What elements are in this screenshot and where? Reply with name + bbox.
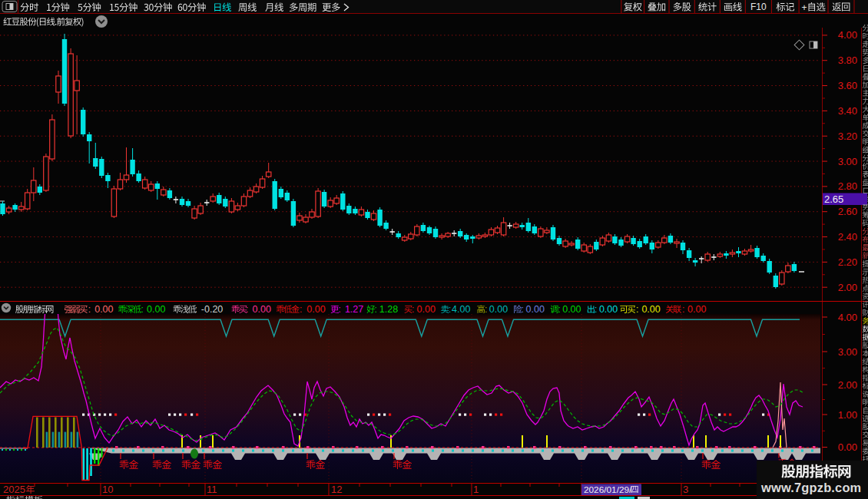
svg-text:0.00: 0.00: [147, 304, 165, 315]
svg-text:2.00: 2.00: [838, 282, 857, 293]
svg-text::: :: [246, 304, 248, 315]
svg-text:11: 11: [207, 484, 217, 495]
svg-text::: :: [375, 304, 377, 315]
svg-text:3.00: 3.00: [838, 156, 857, 167]
svg-text:2026/01/29/: 2026/01/29/: [584, 484, 632, 495]
svg-text:3.40: 3.40: [838, 105, 857, 117]
svg-text::: :: [339, 304, 341, 315]
svg-text:12: 12: [331, 484, 342, 495]
svg-text:1: 1: [473, 484, 479, 495]
svg-text:-0.20: -0.20: [201, 304, 224, 315]
svg-text:3.20: 3.20: [838, 131, 857, 142]
svg-text::: :: [558, 304, 561, 315]
svg-text:0.00: 0.00: [562, 304, 581, 315]
svg-text:2.00: 2.00: [838, 379, 857, 391]
svg-text:1.00: 1.00: [838, 409, 857, 421]
svg-text:2.60: 2.60: [838, 206, 857, 217]
svg-text:+: +: [801, 2, 807, 13]
svg-text:www.7gpzb.com: www.7gpzb.com: [760, 481, 861, 494]
svg-text:3: 3: [683, 484, 688, 495]
svg-text:0.00: 0.00: [526, 304, 545, 315]
svg-text:0.00: 0.00: [253, 304, 271, 315]
svg-text::: :: [141, 304, 144, 315]
svg-text::: :: [412, 304, 414, 315]
svg-text:4.00: 4.00: [838, 312, 857, 323]
svg-text:0.00: 0.00: [641, 304, 660, 315]
svg-text::: :: [88, 304, 91, 315]
svg-text::: :: [636, 304, 638, 315]
svg-text:4.00: 4.00: [838, 29, 857, 41]
svg-text::: :: [485, 304, 487, 315]
svg-text:1.28: 1.28: [379, 304, 398, 315]
svg-text::: :: [682, 304, 684, 315]
svg-text::: :: [194, 304, 197, 315]
svg-text:F10: F10: [750, 2, 767, 12]
svg-text:3.60: 3.60: [838, 80, 857, 91]
svg-text:2.40: 2.40: [838, 231, 857, 243]
svg-text:0.00: 0.00: [94, 304, 113, 315]
svg-text:4.00: 4.00: [452, 304, 470, 315]
svg-text:0.00: 0.00: [417, 304, 436, 315]
svg-text:10: 10: [102, 484, 113, 495]
svg-text:3.80: 3.80: [838, 55, 857, 66]
svg-text:1.27: 1.27: [345, 304, 363, 315]
svg-text:2025: 2025: [3, 484, 25, 495]
svg-text::: :: [595, 304, 597, 315]
svg-text:0.00: 0.00: [489, 304, 508, 315]
svg-text:2.65: 2.65: [824, 193, 843, 205]
svg-text:0.00: 0.00: [687, 304, 706, 315]
svg-text::: :: [300, 304, 302, 315]
svg-text::: :: [449, 304, 451, 315]
svg-text:3.00: 3.00: [838, 346, 857, 358]
svg-text:2.20: 2.20: [838, 256, 857, 268]
svg-text::: :: [522, 304, 524, 315]
svg-text:0.00: 0.00: [838, 441, 857, 453]
svg-text:0.00: 0.00: [599, 304, 618, 315]
svg-text:2.80: 2.80: [838, 180, 857, 192]
svg-text:0.00: 0.00: [306, 304, 325, 315]
